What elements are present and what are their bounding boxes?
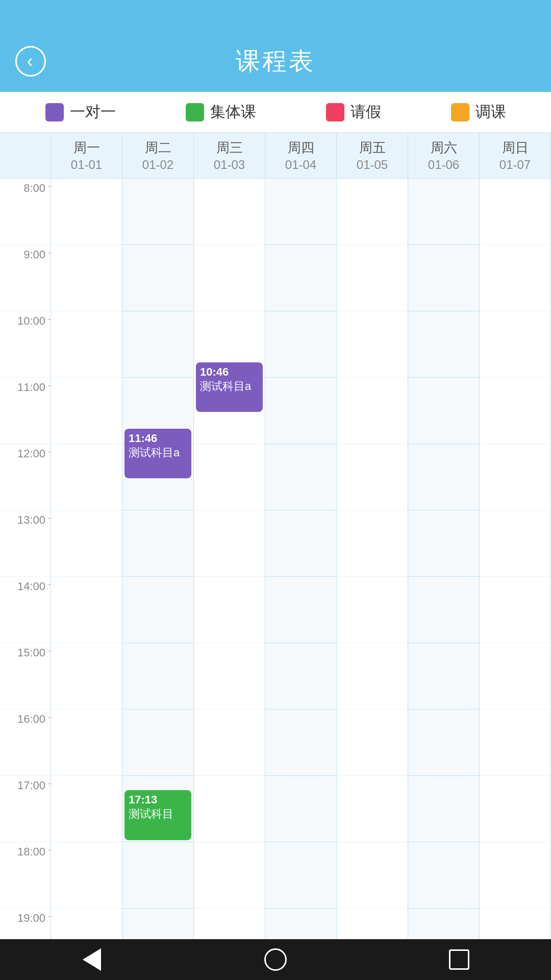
day-header-sat: 周六 01-06 xyxy=(408,133,480,178)
day-column-6 xyxy=(480,179,551,939)
legend-label-leave: 请假 xyxy=(350,102,381,122)
day-date-fri: 01-05 xyxy=(357,158,388,172)
nav-recents-icon xyxy=(449,949,469,970)
time-label-1800: 18:00 xyxy=(0,842,51,909)
legend-label-one-on-one: 一对一 xyxy=(70,102,116,122)
day-headers-row: 周一 01-01 周二 01-02 周三 01-03 周四 01-04 周五 0… xyxy=(0,133,551,179)
time-label-1200: 12:00 xyxy=(0,444,51,510)
legend-leave: 请假 xyxy=(326,102,381,122)
day-header-mon: 周一 01-01 xyxy=(51,133,122,178)
day-date-tue: 01-02 xyxy=(142,158,173,172)
legend-bar: 一对一 集体课 请假 调课 xyxy=(0,92,551,133)
legend-label-reschedule: 调课 xyxy=(475,102,506,122)
event-time-event1: 10:46 xyxy=(200,365,259,379)
event-event2[interactable]: 11:46测试科目a xyxy=(124,429,191,479)
event-name-event2: 测试科目a xyxy=(129,445,187,460)
event-name-event1: 测试科目a xyxy=(200,379,259,394)
day-header-sun: 周日 01-07 xyxy=(480,133,551,178)
legend-reschedule: 调课 xyxy=(451,102,506,122)
time-grid: 8:009:0010:0011:0012:0013:0014:0015:0016… xyxy=(0,179,551,939)
day-header-wed: 周三 01-03 xyxy=(194,133,265,178)
day-column-4 xyxy=(337,179,408,939)
day-name-tue: 周二 xyxy=(145,139,171,157)
time-labels: 8:009:0010:0011:0012:0013:0014:0015:0016… xyxy=(0,179,51,939)
legend-one-on-one: 一对一 xyxy=(45,102,116,122)
header: ‹ 课程表 xyxy=(0,31,551,92)
event-event1[interactable]: 10:46测试科目a xyxy=(196,362,263,412)
nav-recents-button[interactable] xyxy=(444,944,474,975)
nav-back-button[interactable] xyxy=(77,944,107,975)
event-time-event2: 11:46 xyxy=(129,432,187,445)
day-column-2: 10:46测试科目a xyxy=(194,179,265,939)
day-columns: 11:46测试科目a17:13测试科目10:46测试科目a xyxy=(51,179,551,939)
time-gutter-header xyxy=(0,133,51,178)
time-label-1300: 13:00 xyxy=(0,510,51,577)
nav-bar xyxy=(0,939,551,980)
legend-group: 集体课 xyxy=(186,102,256,122)
day-date-mon: 01-01 xyxy=(71,158,102,172)
nav-home-button[interactable] xyxy=(260,944,291,975)
legend-dot-orange xyxy=(451,103,469,121)
day-column-0 xyxy=(51,179,122,939)
day-name-wed: 周三 xyxy=(216,139,243,157)
nav-back-icon xyxy=(83,948,101,971)
time-label-1400: 14:00 xyxy=(0,577,51,643)
event-event3[interactable]: 17:13测试科目 xyxy=(124,790,191,840)
legend-label-group: 集体课 xyxy=(210,102,256,122)
day-name-sun: 周日 xyxy=(502,139,529,157)
back-arrow-icon: ‹ xyxy=(27,52,33,70)
legend-dot-green xyxy=(186,103,204,121)
day-date-sat: 01-06 xyxy=(428,158,459,172)
time-label-1900: 19:00 xyxy=(0,909,51,939)
time-label-1700: 17:00 xyxy=(0,776,51,842)
legend-dot-red xyxy=(326,103,344,121)
calendar: 周一 01-01 周二 01-02 周三 01-03 周四 01-04 周五 0… xyxy=(0,133,551,939)
day-header-fri: 周五 01-05 xyxy=(337,133,408,178)
day-column-3 xyxy=(265,179,337,939)
day-column-5 xyxy=(408,179,480,939)
day-date-thu: 01-04 xyxy=(285,158,316,172)
page-title: 课程表 xyxy=(236,45,315,78)
time-label-900: 9:00 xyxy=(0,245,51,311)
day-header-thu: 周四 01-04 xyxy=(265,133,337,178)
event-name-event3: 测试科目 xyxy=(129,806,187,822)
nav-home-icon xyxy=(264,948,287,971)
day-name-sat: 周六 xyxy=(431,139,457,157)
day-name-thu: 周四 xyxy=(288,139,314,157)
event-time-event3: 17:13 xyxy=(129,793,187,806)
time-label-800: 8:00 xyxy=(0,179,51,245)
legend-dot-purple xyxy=(45,103,64,121)
back-button[interactable]: ‹ xyxy=(15,46,46,77)
time-label-1600: 16:00 xyxy=(0,709,51,776)
day-date-wed: 01-03 xyxy=(214,158,245,172)
day-name-mon: 周一 xyxy=(73,139,100,157)
time-label-1000: 10:00 xyxy=(0,311,51,378)
status-bar xyxy=(0,0,551,31)
time-label-1500: 15:00 xyxy=(0,643,51,709)
day-name-fri: 周五 xyxy=(359,139,386,157)
day-date-sun: 01-07 xyxy=(499,158,531,172)
day-column-1: 11:46测试科目a17:13测试科目 xyxy=(122,179,194,939)
time-label-1100: 11:00 xyxy=(0,378,51,444)
day-header-tue: 周二 01-02 xyxy=(122,133,194,178)
